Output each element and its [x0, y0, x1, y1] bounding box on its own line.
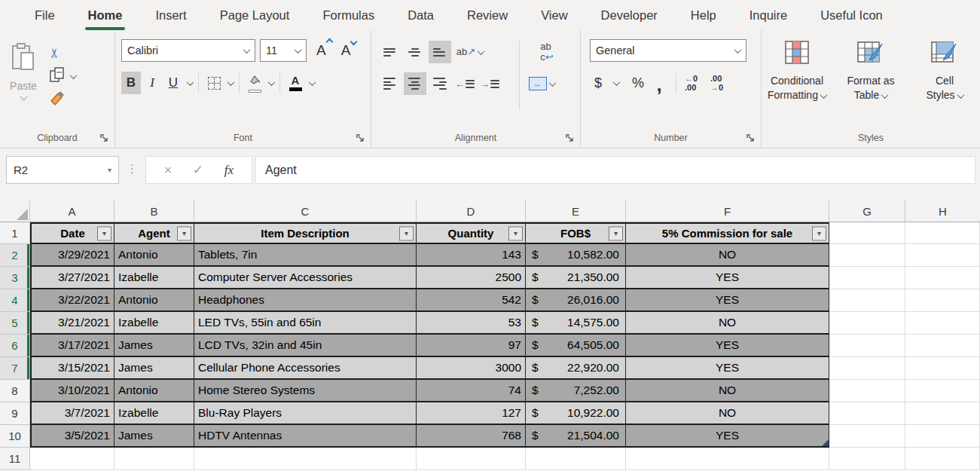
font-name-combobox[interactable]: Calibri [121, 39, 255, 62]
clipboard-dialog-launcher-icon[interactable] [99, 133, 109, 142]
align-left-button[interactable] [379, 72, 401, 95]
cell-quantity[interactable]: 143 [417, 244, 526, 267]
paste-button[interactable]: Paste [0, 39, 47, 148]
row-header-1[interactable]: 1 [0, 222, 30, 244]
empty-cell[interactable] [829, 335, 905, 357]
filter-button[interactable]: ▾ [177, 226, 191, 240]
tab-page-layout[interactable]: Page Layout [203, 2, 307, 29]
cut-button[interactable]: ✂ [47, 44, 78, 62]
format-as-table-button[interactable]: Format as Table [838, 41, 904, 148]
column-header-g[interactable]: G [829, 200, 905, 222]
filter-button[interactable]: ▾ [812, 226, 826, 240]
dropdown-triangle-icon[interactable]: ▾ [108, 166, 111, 174]
cell-commission[interactable]: YES [626, 357, 829, 380]
cell-item[interactable]: LCD TVs, 32in and 45in [194, 335, 417, 357]
header-cell-agent[interactable]: Agent ▾ [114, 222, 194, 244]
cell-commission[interactable]: NO [626, 244, 829, 267]
cell-fob[interactable]: $10,922.00 [526, 402, 626, 425]
number-format-combobox[interactable]: General [590, 39, 746, 62]
tab-help[interactable]: Help [674, 2, 733, 29]
filter-button[interactable]: ▾ [399, 226, 414, 240]
row-header-10[interactable]: 10 [0, 425, 30, 448]
cell-agent[interactable]: James [114, 425, 194, 448]
borders-button[interactable] [204, 72, 224, 94]
cell-agent[interactable]: Antonio [114, 244, 194, 267]
cell-commission[interactable]: YES [626, 289, 829, 312]
formula-input[interactable]: Agent [255, 156, 975, 184]
alignment-dialog-launcher-icon[interactable] [565, 133, 575, 142]
row-header-11[interactable]: 11 [0, 448, 30, 470]
empty-cell[interactable] [829, 402, 905, 425]
tab-inquire[interactable]: Inquire [733, 2, 804, 29]
cell-item[interactable]: Cellular Phone Accessories [194, 357, 417, 380]
cell-commission[interactable]: YES [626, 267, 829, 289]
row-header-3[interactable]: 3 [0, 267, 30, 289]
cell-date[interactable]: 3/29/2021 [30, 244, 114, 267]
cell-fob[interactable]: $14,575.00 [526, 312, 626, 335]
row-header-9[interactable]: 9 [0, 402, 30, 425]
header-cell-quantity[interactable]: Quantity ▾ [417, 222, 526, 244]
name-box[interactable]: R2 ▾ [6, 156, 119, 184]
cell-quantity[interactable]: 53 [417, 312, 526, 335]
chevron-down-icon[interactable] [268, 78, 276, 86]
cell-date[interactable]: 3/7/2021 [30, 402, 114, 425]
filter-button[interactable]: ▾ [609, 226, 623, 240]
column-header-f[interactable]: F [626, 200, 829, 222]
align-right-button[interactable] [429, 72, 451, 95]
format-painter-button[interactable] [47, 90, 78, 109]
cell-quantity[interactable]: 2500 [417, 267, 526, 289]
empty-cell[interactable] [526, 448, 626, 470]
column-header-e[interactable]: E [526, 200, 626, 222]
orientation-button[interactable]: ab↗ [453, 41, 487, 63]
cell-item[interactable]: Computer Server Accessories [194, 267, 417, 289]
tab-home[interactable]: Home [72, 2, 139, 29]
header-cell-date[interactable]: Date ▾ [30, 222, 114, 244]
number-dialog-launcher-icon[interactable] [746, 133, 756, 142]
tab-data[interactable]: Data [391, 2, 450, 29]
cell-fob[interactable]: $21,350.00 [526, 267, 626, 289]
empty-cell[interactable] [417, 448, 526, 470]
bold-button[interactable]: B [121, 72, 141, 94]
empty-cell[interactable] [905, 335, 980, 357]
empty-cell[interactable] [626, 448, 829, 470]
empty-cell[interactable] [829, 312, 905, 335]
empty-cell[interactable] [905, 222, 980, 244]
cell-date[interactable]: 3/15/2021 [30, 357, 114, 380]
accounting-format-button[interactable]: $ [590, 72, 606, 94]
empty-cell[interactable] [114, 448, 194, 470]
column-header-b[interactable]: B [114, 200, 194, 222]
cell-item[interactable]: Headphones [194, 289, 417, 312]
cell-agent[interactable]: Antonio [114, 380, 194, 402]
empty-cell[interactable] [194, 448, 417, 470]
cell-quantity[interactable]: 97 [417, 335, 526, 357]
filter-button[interactable]: ▾ [97, 226, 111, 240]
empty-cell[interactable] [829, 289, 905, 312]
cell-item[interactable]: LED TVs, 55in and 65in [194, 312, 417, 335]
header-cell-item-description[interactable]: Item Description ▾ [194, 222, 417, 244]
decrease-indent-button[interactable]: ← [453, 72, 476, 95]
empty-cell[interactable] [829, 244, 905, 267]
cell-agent[interactable]: Izabelle [114, 267, 194, 289]
select-all-corner[interactable] [0, 200, 30, 222]
cell-agent[interactable]: Antonio [114, 289, 194, 312]
cell-fob[interactable]: $22,920.00 [526, 357, 626, 380]
row-header-5[interactable]: 5 [0, 312, 30, 335]
filter-button[interactable]: ▾ [508, 226, 523, 240]
cell-agent[interactable]: Izabelle [114, 312, 194, 335]
row-header-2[interactable]: 2 [0, 244, 30, 267]
cell-agent[interactable]: James [114, 357, 194, 380]
cell-quantity[interactable]: 768 [417, 425, 526, 448]
cell-date[interactable]: 3/27/2021 [30, 267, 114, 289]
cell-item[interactable]: Home Stereo Systems [194, 380, 417, 402]
font-color-button[interactable]: A [285, 72, 305, 94]
font-size-combobox[interactable]: 11 [260, 39, 307, 62]
cell-commission[interactable]: NO [626, 312, 829, 335]
empty-cell[interactable] [30, 448, 114, 470]
empty-cell[interactable] [905, 357, 980, 380]
cell-agent[interactable]: Izabelle [114, 402, 194, 425]
align-center-button[interactable] [404, 72, 426, 95]
italic-button[interactable]: I [142, 72, 162, 94]
column-header-h[interactable]: H [905, 200, 980, 222]
cell-styles-button[interactable]: Cell Styles [911, 41, 978, 148]
empty-cell[interactable] [905, 425, 980, 448]
